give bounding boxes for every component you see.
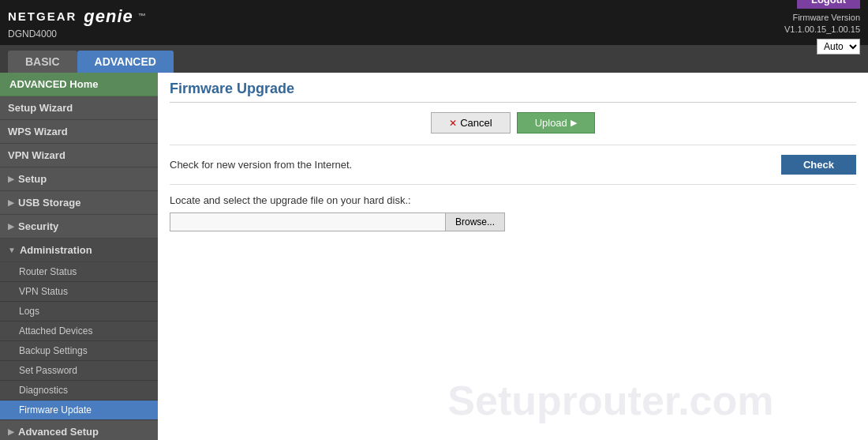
tab-advanced[interactable]: ADVANCED bbox=[77, 51, 174, 73]
sidebar-item-advanced-setup[interactable]: ▶ Advanced Setup bbox=[0, 420, 158, 440]
page-title: Firmware Upgrade bbox=[170, 81, 856, 103]
chevron-right-icon: ▶ bbox=[8, 222, 14, 231]
logo-genie: genie bbox=[84, 6, 133, 27]
sidebar-sub-firmware-update[interactable]: Firmware Update bbox=[0, 401, 158, 420]
locate-section: Locate and select the upgrade file on yo… bbox=[170, 184, 856, 241]
chevron-right-icon: ▶ bbox=[8, 175, 14, 183]
sidebar-item-setup[interactable]: ▶ Setup bbox=[0, 167, 158, 191]
upload-button[interactable]: Upload bbox=[517, 112, 595, 134]
cancel-button[interactable]: Cancel bbox=[431, 112, 510, 134]
sidebar-sub-logs[interactable]: Logs bbox=[0, 302, 158, 322]
watermark: Setuprouter.com bbox=[447, 377, 773, 424]
content-area: Firmware Upgrade Cancel Upload Check for… bbox=[158, 73, 868, 440]
check-section: Check for new version from the Internet.… bbox=[170, 145, 856, 184]
tabbar: BASIC ADVANCED bbox=[0, 45, 868, 73]
chevron-right-icon: ▶ bbox=[8, 198, 14, 207]
sidebar-item-administration[interactable]: ▼ Administration bbox=[0, 239, 158, 262]
sidebar-item-advanced-home[interactable]: ADVANCED Home bbox=[0, 73, 158, 96]
chevron-down-icon: ▼ bbox=[8, 246, 16, 254]
browse-button[interactable]: Browse... bbox=[446, 212, 505, 231]
header-right: Logout Firmware Version V1.1.00.15_1.00.… bbox=[784, 0, 860, 55]
tab-basic[interactable]: BASIC bbox=[8, 51, 77, 73]
sidebar-item-setup-wizard[interactable]: Setup Wizard bbox=[0, 96, 158, 120]
header: NETGEAR genie ™ DGND4000 Logout Firmware… bbox=[0, 0, 868, 45]
sidebar-sub-vpn-status[interactable]: VPN Status bbox=[0, 282, 158, 302]
main-layout: ADVANCED Home Setup Wizard WPS Wizard VP… bbox=[0, 73, 868, 440]
locate-text: Locate and select the upgrade file on yo… bbox=[170, 194, 856, 206]
check-button[interactable]: Check bbox=[781, 155, 856, 175]
firmware-info: Firmware Version V1.1.00.15_1.00.15 bbox=[784, 12, 860, 36]
sidebar-item-security[interactable]: ▶ Security bbox=[0, 215, 158, 239]
sidebar: ADVANCED Home Setup Wizard WPS Wizard VP… bbox=[0, 73, 158, 440]
sidebar-sub-backup-settings[interactable]: Backup Settings bbox=[0, 341, 158, 361]
language-select[interactable]: Auto bbox=[817, 39, 860, 55]
logo-area: NETGEAR genie ™ DGND4000 bbox=[8, 6, 147, 39]
logo-netgear: NETGEAR bbox=[8, 9, 77, 23]
sidebar-item-vpn-wizard[interactable]: VPN Wizard bbox=[0, 144, 158, 167]
sidebar-item-wps-wizard[interactable]: WPS Wizard bbox=[0, 120, 158, 144]
logout-button[interactable]: Logout bbox=[797, 0, 860, 9]
sidebar-sub-set-password[interactable]: Set Password bbox=[0, 361, 158, 381]
logo-text: NETGEAR genie ™ bbox=[8, 6, 147, 27]
action-buttons: Cancel Upload bbox=[170, 112, 856, 134]
check-internet-text: Check for new version from the Internet. bbox=[170, 159, 352, 171]
logo-tm: ™ bbox=[138, 12, 147, 21]
sidebar-sub-router-status[interactable]: Router Status bbox=[0, 262, 158, 282]
sidebar-item-usb-storage[interactable]: ▶ USB Storage bbox=[0, 191, 158, 215]
model-name: DGND4000 bbox=[8, 28, 147, 39]
file-path-display bbox=[170, 212, 446, 231]
sidebar-sub-diagnostics[interactable]: Diagnostics bbox=[0, 381, 158, 401]
file-input-row: Browse... bbox=[170, 212, 856, 231]
sidebar-sub-attached-devices[interactable]: Attached Devices bbox=[0, 322, 158, 341]
chevron-right-icon: ▶ bbox=[8, 427, 14, 436]
